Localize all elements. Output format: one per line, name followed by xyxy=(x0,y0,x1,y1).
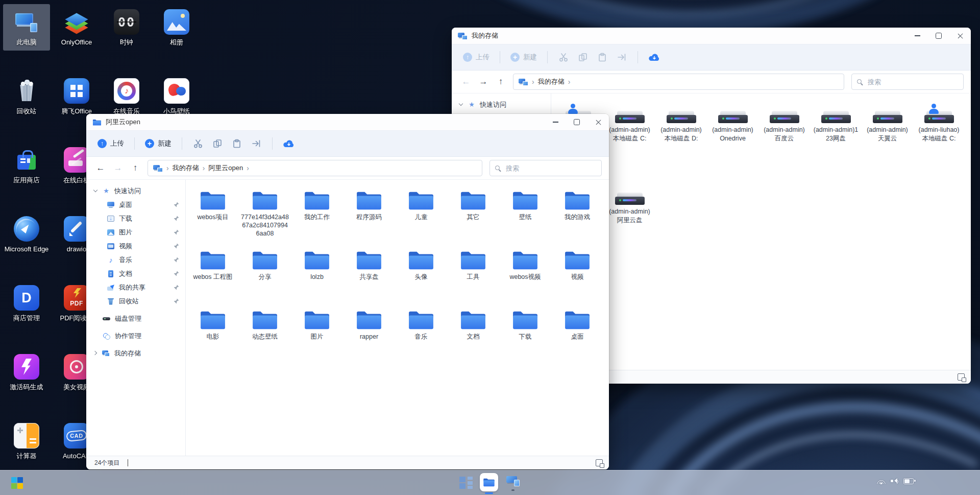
folder-item[interactable]: 工具 xyxy=(447,248,499,308)
taskbar-this-pc[interactable] xyxy=(505,475,521,489)
sidebar-item[interactable]: 图片 xyxy=(86,225,185,239)
desktop-icon[interactable]: 在线音乐 xyxy=(103,73,150,120)
upload-button[interactable]: 上传 xyxy=(93,137,128,150)
sidebar-item[interactable]: 桌面 xyxy=(86,198,185,211)
folder-item[interactable]: lolzb xyxy=(291,248,343,308)
forward-button[interactable] xyxy=(476,77,491,87)
drive-item[interactable]: (admin-admin)Onedrive xyxy=(707,101,758,182)
sidebar-item[interactable]: 音乐 xyxy=(86,253,185,267)
folder-item[interactable]: 分享 xyxy=(239,248,291,308)
upload-button[interactable]: 上传 xyxy=(459,51,494,64)
desktop-icon[interactable]: 回收站 xyxy=(3,73,50,120)
pin-icon[interactable] xyxy=(174,271,179,276)
chevron-down-icon[interactable] xyxy=(459,102,463,107)
battery-icon[interactable] xyxy=(903,478,914,484)
cut-button[interactable] xyxy=(188,136,208,151)
desktop-icon[interactable]: 此电脑 xyxy=(3,4,50,51)
paste-button[interactable] xyxy=(227,136,247,151)
start-button[interactable] xyxy=(11,477,23,489)
back-button[interactable] xyxy=(459,77,473,87)
folder-item[interactable]: 下载 xyxy=(499,308,551,367)
cut-button[interactable] xyxy=(554,50,573,65)
breadcrumb-item[interactable]: 我的存储 xyxy=(538,77,565,86)
pin-icon[interactable] xyxy=(174,216,179,221)
move-button[interactable] xyxy=(612,50,631,65)
pin-icon[interactable] xyxy=(174,243,179,249)
desktop-icon[interactable]: 激活码生成 xyxy=(3,349,50,395)
folder-item[interactable]: 其它 xyxy=(447,188,499,248)
sidebar-quick-access[interactable]: 快速访问 xyxy=(86,184,185,198)
drive-item[interactable]: (admin-admin)百度云 xyxy=(758,101,810,182)
up-button[interactable] xyxy=(494,77,508,87)
sidebar-item-disk-management[interactable]: 磁盘管理 xyxy=(86,312,185,325)
breadcrumb[interactable]: 我的存储 xyxy=(513,74,844,90)
sidebar-item[interactable]: 回收站 xyxy=(86,294,185,308)
drive-item[interactable]: (admin-admin)本地磁盘 C: xyxy=(604,101,655,182)
folder-item[interactable]: 程序源码 xyxy=(343,188,395,248)
folder-item[interactable]: 壁纸 xyxy=(499,188,551,248)
pin-icon[interactable] xyxy=(174,257,179,263)
folder-item[interactable]: 我的游戏 xyxy=(551,188,603,248)
chevron-down-icon[interactable] xyxy=(93,188,98,193)
view-toggle-button[interactable] xyxy=(596,459,603,466)
view-toggle-button[interactable] xyxy=(958,373,965,381)
minimize-button[interactable] xyxy=(906,28,928,44)
drive-item[interactable]: (admin-admin)阿里云盘 xyxy=(604,182,655,264)
drive-item[interactable]: (admin-admin)天翼云 xyxy=(862,101,913,182)
taskbar-file-manager-active[interactable] xyxy=(480,473,498,491)
folder-item[interactable]: 我的工作 xyxy=(291,188,343,248)
sidebar-item-collaboration[interactable]: 协作管理 xyxy=(86,329,185,343)
desktop-icon[interactable]: 小鸟壁纸 xyxy=(153,73,200,120)
breadcrumb-item[interactable]: 阿里云open xyxy=(208,163,243,173)
copy-button[interactable] xyxy=(573,50,593,65)
folder-item[interactable]: rapper xyxy=(343,308,395,367)
folder-item[interactable]: 视频 xyxy=(551,248,603,308)
close-button[interactable] xyxy=(587,114,609,130)
sidebar-quick-access[interactable]: 快速访问 xyxy=(452,98,551,111)
folder-item[interactable]: webos视频 xyxy=(499,248,551,308)
maximize-button[interactable] xyxy=(566,114,587,130)
title-bar[interactable]: 阿里云open xyxy=(86,114,609,130)
folder-item[interactable]: 共享盘 xyxy=(343,248,395,308)
desktop-icon[interactable]: 计算器 xyxy=(3,418,50,464)
sidebar-item-my-storage[interactable]: 我的存储 xyxy=(86,346,185,360)
up-button[interactable] xyxy=(128,163,142,173)
back-button[interactable] xyxy=(93,163,108,173)
close-button[interactable] xyxy=(949,28,971,44)
maximize-button[interactable] xyxy=(928,28,949,44)
folder-item[interactable]: 电影 xyxy=(187,308,239,367)
pin-icon[interactable] xyxy=(174,229,179,235)
title-bar[interactable]: 我的存储 xyxy=(452,28,971,44)
folder-item[interactable]: 文档 xyxy=(447,308,499,367)
folder-item[interactable]: 儿童 xyxy=(395,188,447,248)
launcher-icon[interactable] xyxy=(459,476,473,489)
desktop-icon[interactable]: OnlyOffice xyxy=(53,4,100,51)
desktop-icon[interactable]: Microsoft Edge xyxy=(3,211,50,257)
cloud-sync-button[interactable] xyxy=(644,50,665,65)
folder-item[interactable]: webos项目 xyxy=(187,188,239,248)
desktop-icon[interactable]: 腾飞Office xyxy=(53,73,100,120)
copy-button[interactable] xyxy=(208,136,227,151)
breadcrumb-item[interactable]: 我的存储 xyxy=(173,163,199,173)
drive-item[interactable]: (admin-admin)本地磁盘 D: xyxy=(655,101,707,182)
sidebar-item[interactable]: 视频 xyxy=(86,239,185,253)
move-button[interactable] xyxy=(247,136,266,151)
new-button[interactable]: 新建 xyxy=(141,137,176,150)
sidebar-item[interactable]: 文档 xyxy=(86,267,185,280)
pin-icon[interactable] xyxy=(174,285,179,290)
sidebar-item[interactable]: 我的共享 xyxy=(86,280,185,294)
desktop-icon[interactable]: 00 时钟 xyxy=(103,4,150,51)
cloud-sync-button[interactable] xyxy=(279,136,299,151)
folder-item[interactable]: 音乐 xyxy=(395,308,447,367)
folder-item[interactable]: 头像 xyxy=(395,248,447,308)
minimize-button[interactable] xyxy=(545,114,566,130)
forward-button[interactable] xyxy=(111,163,125,173)
drive-item[interactable]: (admin-liuhao)本地磁盘 C: xyxy=(913,101,965,182)
new-button[interactable]: 新建 xyxy=(506,51,541,64)
desktop-icon[interactable]: 相册 xyxy=(153,4,200,51)
desktop-icon[interactable]: D 商店管理 xyxy=(3,280,50,326)
search-input[interactable] xyxy=(505,164,597,173)
paste-button[interactable] xyxy=(593,50,612,65)
pin-icon[interactable] xyxy=(174,202,179,207)
pin-icon[interactable] xyxy=(174,298,179,304)
